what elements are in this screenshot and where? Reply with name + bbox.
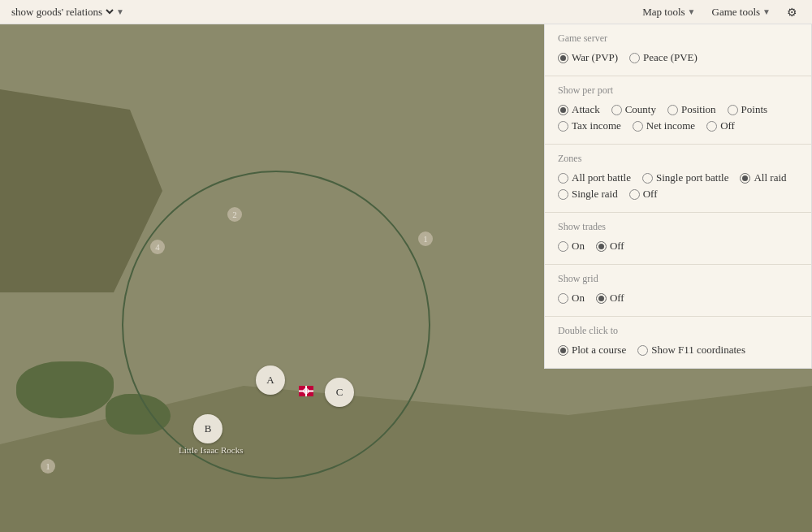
map-tools-chevron: ▼ [688, 7, 696, 16]
show-grid-title: Show grid [558, 273, 798, 285]
zone-all-raid-radio[interactable] [740, 173, 750, 184]
per-port-position-label: Position [681, 103, 716, 116]
server-peace-label: Peace (PVE) [643, 51, 698, 64]
zones-row-1: All port battle Single port battle All r… [558, 171, 798, 184]
topbar-right: Map tools ▼ Game tools ▼ ⚙ [636, 2, 804, 22]
zones-section: Zones All port battle Single port battle… [545, 145, 811, 213]
zones-row-2: Single raid Off [558, 188, 798, 201]
trades-on[interactable]: On [558, 240, 585, 253]
per-port-tax-radio[interactable] [558, 121, 568, 132]
zone-all-port-radio[interactable] [558, 173, 568, 184]
trades-off-radio[interactable] [596, 241, 607, 252]
zone-single-port[interactable]: Single port battle [642, 171, 729, 184]
trades-row: On Off [558, 240, 798, 253]
show-per-port-title: Show per port [558, 84, 798, 97]
map-number-2: 2 [227, 207, 242, 222]
double-click-plot[interactable]: Plot a course [558, 344, 626, 357]
map-number-1a: 1 [41, 459, 55, 474]
per-port-tax[interactable]: Tax income [558, 119, 621, 132]
game-tools-button[interactable]: Game tools ▼ [706, 2, 777, 22]
game-server-section: Game server War (PVP) Peace (PVE) [545, 24, 811, 76]
per-port-tax-label: Tax income [572, 119, 621, 132]
per-port-points-radio[interactable] [728, 105, 738, 115]
zone-off-radio[interactable] [629, 189, 640, 200]
server-peace-radio[interactable] [629, 53, 640, 63]
goods-relations-select[interactable]: show goods' relations [8, 5, 116, 19]
map-tools-button[interactable]: Map tools ▼ [636, 2, 702, 22]
zone-all-port-label: All port battle [572, 171, 631, 184]
per-port-row-2: Tax income Net income Off [558, 119, 798, 132]
zone-single-raid-label: Single raid [572, 188, 618, 201]
per-port-attack[interactable]: Attack [558, 103, 600, 116]
grid-off-label: Off [610, 292, 624, 305]
grid-row: On Off [558, 292, 798, 305]
topbar-left: show goods' relations ▼ [8, 5, 124, 19]
double-click-section: Double click to Plot a course Show F11 c… [545, 317, 811, 368]
show-trades-section: Show trades On Off [545, 213, 811, 265]
grid-on-radio[interactable] [558, 293, 568, 304]
double-click-plot-radio[interactable] [558, 345, 568, 356]
double-click-f11-label: Show F11 coordinates [651, 344, 745, 357]
map-number-4: 4 [150, 240, 165, 254]
show-trades-title: Show trades [558, 221, 798, 233]
goods-dropdown-chevron: ▼ [116, 7, 124, 16]
grid-on-label: On [572, 292, 585, 305]
port-B[interactable]: B [193, 414, 222, 443]
zone-single-raid-radio[interactable] [558, 189, 568, 200]
grid-off[interactable]: Off [596, 292, 624, 305]
port-name-label: Little Isaac Rocks [179, 445, 243, 455]
zone-single-port-label: Single port battle [656, 171, 729, 184]
per-port-net-label: Net income [646, 119, 695, 132]
per-port-net[interactable]: Net income [633, 119, 695, 132]
double-click-f11[interactable]: Show F11 coordinates [637, 344, 745, 357]
zone-all-port[interactable]: All port battle [558, 171, 631, 184]
per-port-row-1: Attack County Position Points [558, 103, 798, 116]
dropdown-panel: Game server War (PVP) Peace (PVE) Show p… [544, 24, 812, 369]
grid-off-radio[interactable] [596, 293, 607, 304]
topbar: show goods' relations ▼ Map tools ▼ Game… [0, 0, 812, 24]
per-port-county-radio[interactable] [611, 105, 622, 115]
zone-all-raid[interactable]: All raid [740, 171, 786, 184]
per-port-attack-label: Attack [572, 103, 600, 116]
zone-single-port-radio[interactable] [642, 173, 653, 184]
zone-all-raid-label: All raid [754, 171, 786, 184]
per-port-off-radio[interactable] [706, 121, 717, 132]
server-war-radio[interactable] [558, 53, 568, 63]
per-port-points[interactable]: Points [728, 103, 768, 116]
show-per-port-section: Show per port Attack County Position Poi… [545, 76, 811, 145]
game-tools-chevron: ▼ [762, 7, 771, 16]
map-selection-circle [122, 171, 430, 479]
zone-off[interactable]: Off [629, 188, 658, 201]
per-port-position[interactable]: Position [667, 103, 716, 116]
server-options-row: War (PVP) Peace (PVE) [558, 51, 798, 64]
per-port-points-label: Points [741, 103, 768, 116]
per-port-attack-radio[interactable] [558, 105, 568, 115]
double-click-f11-radio[interactable] [637, 345, 648, 356]
port-A[interactable]: A [256, 365, 285, 395]
double-click-row: Plot a course Show F11 coordinates [558, 344, 798, 357]
game-server-title: Game server [558, 32, 798, 45]
grid-on[interactable]: On [558, 292, 585, 305]
port-C[interactable]: C [325, 378, 354, 407]
zone-off-label: Off [643, 188, 658, 201]
zone-single-raid[interactable]: Single raid [558, 188, 618, 201]
map-tools-label: Map tools [642, 6, 685, 19]
settings-button[interactable]: ⚙ [780, 2, 804, 22]
game-tools-label: Game tools [712, 6, 761, 19]
map-number-1b: 1 [418, 231, 433, 246]
trades-off[interactable]: Off [596, 240, 624, 253]
per-port-position-radio[interactable] [667, 105, 678, 115]
double-click-title: Double click to [558, 325, 798, 337]
per-port-off-label: Off [720, 119, 735, 132]
port-flag [299, 386, 313, 396]
per-port-county[interactable]: County [611, 103, 656, 116]
double-click-plot-label: Plot a course [572, 344, 626, 357]
server-war-option[interactable]: War (PVP) [558, 51, 618, 64]
trades-on-label: On [572, 240, 585, 253]
show-grid-section: Show grid On Off [545, 265, 811, 317]
trades-on-radio[interactable] [558, 241, 568, 252]
per-port-net-radio[interactable] [633, 121, 643, 132]
server-peace-option[interactable]: Peace (PVE) [629, 51, 698, 64]
per-port-county-label: County [625, 103, 656, 116]
per-port-off[interactable]: Off [706, 119, 735, 132]
